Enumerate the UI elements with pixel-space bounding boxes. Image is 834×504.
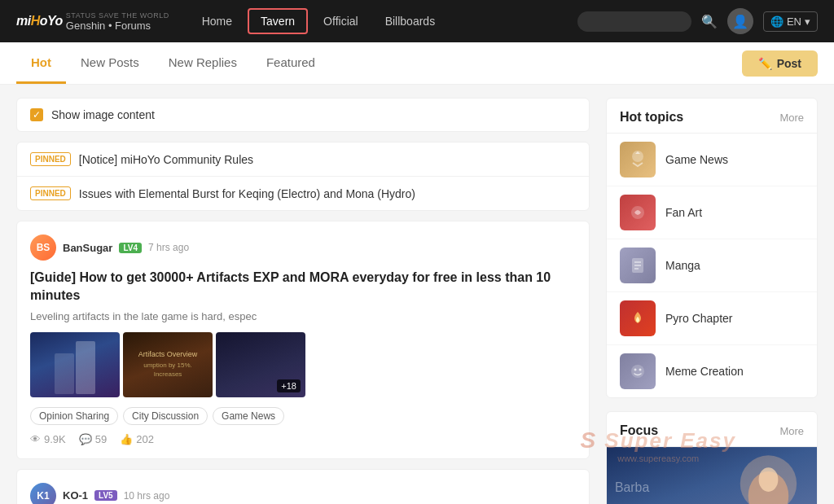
svg-point-12 (759, 467, 779, 492)
nav-tavern[interactable]: Tavern (248, 8, 308, 34)
focus-header: Focus More (607, 412, 817, 447)
logo-text: miHoYo (16, 14, 63, 28)
topic-name-manga: Manga (665, 259, 700, 272)
main-content: ✓ Show image content PINNED [Notice] miH… (0, 85, 834, 504)
pinned-posts-card: PINNED [Notice] miHoYo Community Rules P… (16, 142, 590, 211)
header: miHoYo STATUS SAVE THE WORLD Genshin • F… (0, 0, 834, 42)
sub-nav: Hot New Posts New Replies Featured ✏️ Po… (0, 42, 834, 85)
focus-more[interactable]: More (779, 425, 804, 437)
post-card-1: BS BanSugar LV4 7 hrs ago [Guide] How to… (16, 221, 590, 459)
post-button-label: Post (777, 57, 801, 70)
header-right: 🔍 👤 🌐 EN ▾ (577, 8, 818, 34)
tab-bar: Hot New Posts New Replies Featured (16, 43, 330, 84)
show-image-toggle[interactable]: ✓ Show image content (16, 98, 590, 132)
tab-featured[interactable]: Featured (252, 43, 330, 84)
pinned-badge-2: PINNED (30, 186, 71, 200)
globe-icon: 🌐 (770, 15, 784, 28)
hot-topics-title: Hot topics (620, 110, 683, 125)
pinned-title-1: [Notice] miHoYo Community Rules (79, 153, 253, 166)
topic-manga[interactable]: Manga (607, 239, 817, 292)
comment-icon: 💬 (79, 433, 92, 445)
feed-column: ✓ Show image content PINNED [Notice] miH… (16, 98, 590, 504)
tag-city-discussion[interactable]: City Discussion (123, 407, 208, 425)
like-icon: 👍 (120, 433, 133, 445)
sidebar: Hot topics More Game News (606, 98, 818, 504)
search-input[interactable] (577, 11, 691, 32)
post-card-2: K1 KO-1 LV5 10 hrs ago How to get 2000 E… (16, 469, 590, 504)
tag-game-news[interactable]: Game News (213, 407, 284, 425)
nav-official[interactable]: Official (312, 10, 370, 33)
likes-count: 202 (136, 433, 154, 445)
post-author-row-1: BS BanSugar LV4 7 hrs ago (30, 234, 576, 261)
comments-count: 59 (95, 433, 107, 445)
pinned-post-1[interactable]: PINNED [Notice] miHoYo Community Rules (17, 142, 589, 177)
author-name-1[interactable]: BanSugar (63, 242, 112, 254)
post-time-1: 7 hrs ago (148, 242, 189, 253)
post-tags-1: Opinion Sharing City Discussion Game New… (30, 407, 576, 425)
search-button[interactable]: 🔍 (701, 14, 718, 29)
post-image-grid-1: Artifacts Overview umption by 15%. Incre… (30, 332, 576, 397)
chevron-down-icon: ▾ (805, 15, 810, 28)
post-image-3[interactable]: +18 (216, 332, 305, 397)
svg-point-6 (631, 365, 644, 378)
nav-home[interactable]: Home (191, 10, 244, 33)
post-stats-1: 👁 9.9K 💬 59 👍 202 (30, 433, 576, 445)
svg-text:Barba: Barba (615, 480, 649, 494)
avatar[interactable]: 👤 (727, 8, 753, 34)
hot-topics-header: Hot topics More (607, 99, 817, 134)
topic-game-news[interactable]: Game News (607, 134, 817, 186)
lang-label: EN (787, 15, 801, 28)
hot-topics-section: Hot topics More Game News (606, 98, 818, 398)
tab-new-replies[interactable]: New Replies (154, 43, 252, 84)
topic-name-meme: Meme Creation (665, 365, 744, 378)
svg-point-7 (634, 369, 637, 371)
pyro-icon (620, 300, 656, 336)
post-image-2[interactable]: Artifacts Overview umption by 15%. Incre… (123, 332, 213, 397)
topic-pyro-chapter[interactable]: Pyro Chapter (607, 292, 817, 345)
comments-stat: 💬 59 (79, 433, 107, 445)
author-avatar-1: BS (30, 234, 56, 261)
topic-name-fan-art: Fan Art (665, 206, 702, 219)
views-count: 9.9K (44, 433, 66, 445)
post-button[interactable]: ✏️ Post (742, 50, 818, 77)
level-badge-2: LV5 (94, 490, 117, 501)
edit-icon: ✏️ (758, 57, 772, 70)
topic-fan-art[interactable]: Fan Art (607, 186, 817, 239)
game-news-icon (620, 142, 656, 177)
language-selector[interactable]: 🌐 EN ▾ (763, 11, 818, 32)
svg-point-8 (639, 369, 642, 371)
tab-new-posts[interactable]: New Posts (66, 43, 154, 84)
show-image-label: Show image content (51, 108, 155, 121)
level-badge-1: LV4 (119, 243, 142, 253)
pinned-post-2[interactable]: PINNED Issues with Elemental Burst for K… (17, 177, 589, 210)
pinned-title-2: Issues with Elemental Burst for Keqing (… (79, 187, 415, 200)
topic-meme-creation[interactable]: Meme Creation (607, 345, 817, 397)
fan-art-icon (620, 195, 656, 230)
author-avatar-2: K1 (30, 483, 56, 504)
nav-billboards[interactable]: Billboards (374, 10, 446, 33)
logo-tagline: STATUS SAVE THE WORLD (66, 11, 169, 20)
focus-image[interactable]: Barba (607, 447, 817, 504)
logo[interactable]: miHoYo (16, 14, 63, 28)
focus-section: Focus More Barba (606, 411, 818, 504)
tab-hot[interactable]: Hot (16, 43, 66, 84)
pinned-badge: PINNED (30, 152, 71, 166)
post-title-1[interactable]: [Guide] How to get 30000+ Artifacts EXP … (30, 269, 576, 305)
post-author-row-2: K1 KO-1 LV5 10 hrs ago (30, 483, 576, 504)
tag-opinion-sharing[interactable]: Opinion Sharing (30, 407, 118, 425)
eye-icon: 👁 (30, 433, 41, 445)
hot-topics-more[interactable]: More (779, 112, 804, 124)
likes-stat: 👍 202 (120, 433, 154, 445)
forum-label: Genshin • Forums (66, 20, 169, 32)
checkbox-icon: ✓ (30, 108, 43, 121)
post-image-1[interactable] (30, 332, 120, 397)
views-stat: 👁 9.9K (30, 433, 66, 445)
topic-name-pyro: Pyro Chapter (665, 312, 732, 325)
meme-icon (620, 353, 656, 389)
image-count: +18 (277, 379, 301, 392)
main-nav: Home Tavern Official Billboards (191, 8, 446, 34)
author-name-2[interactable]: KO-1 (63, 489, 88, 502)
focus-title: Focus (620, 423, 658, 438)
topic-name-game-news: Game News (665, 153, 728, 166)
manga-icon (620, 248, 656, 283)
